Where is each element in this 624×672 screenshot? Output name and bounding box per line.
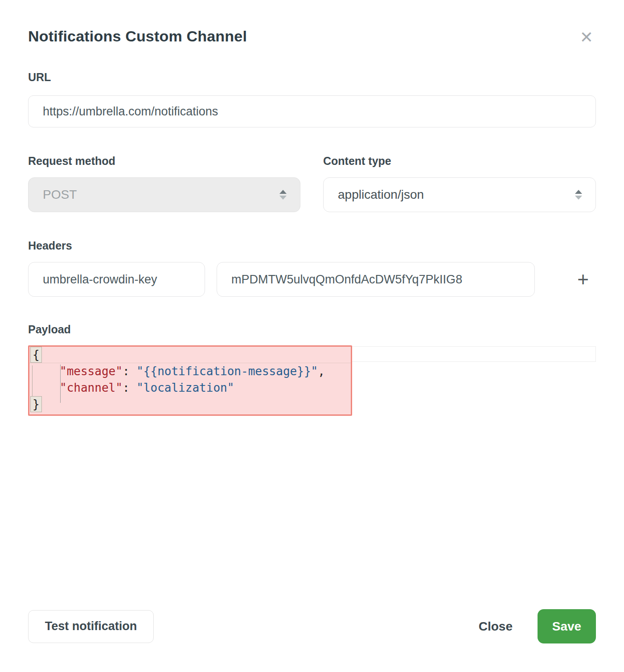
content-type-field: Content type application/json [323, 154, 596, 212]
url-label: URL [28, 70, 596, 84]
content-type-value: application/json [338, 188, 424, 202]
headers-section: Headers + [28, 239, 596, 297]
header-key-input[interactable] [28, 262, 205, 297]
code-line-1: { [29, 347, 351, 363]
payload-error-highlight: { "message": "{{notification-message}}",… [28, 345, 352, 416]
header-value-input[interactable] [217, 262, 535, 297]
code-line-4: } [29, 396, 351, 413]
request-method-select[interactable]: POST [28, 177, 300, 212]
close-icon[interactable]: ✕ [580, 29, 593, 45]
header-row: + [28, 262, 596, 297]
url-section: URL [28, 70, 596, 127]
payload-section: Payload { "message": "{{notification-mes… [28, 323, 596, 419]
save-button[interactable]: Save [538, 609, 596, 643]
content-type-select[interactable]: application/json [323, 177, 596, 212]
add-header-button[interactable]: + [577, 270, 589, 288]
page-title: Notifications Custom Channel [28, 28, 247, 45]
matching-bracket-open: { [30, 347, 42, 363]
chevron-up-down-icon [575, 190, 582, 200]
method-content-row: Request method POST Content type applica… [28, 154, 596, 212]
payload-editor[interactable]: { "message": "{{notification-message}}",… [28, 345, 596, 419]
payload-label: Payload [28, 323, 596, 336]
content-type-label: Content type [323, 154, 596, 168]
url-input[interactable] [28, 95, 596, 127]
headers-label: Headers [28, 239, 596, 252]
test-notification-button[interactable]: Test notification [28, 610, 154, 643]
dialog-footer: Test notification Close Save [28, 609, 596, 643]
request-method-label: Request method [28, 154, 300, 168]
code-line-2: "message": "{{notification-message}}", [29, 363, 351, 380]
chevron-up-down-icon [279, 190, 287, 200]
code-line-3: "channel": "localization" [29, 380, 351, 396]
dialog-header: Notifications Custom Channel ✕ [28, 0, 596, 45]
request-method-field: Request method POST [28, 154, 300, 212]
request-method-value: POST [43, 188, 77, 202]
matching-bracket-close: } [30, 396, 42, 412]
notifications-custom-channel-dialog: Notifications Custom Channel ✕ URL Reque… [0, 0, 624, 672]
close-button[interactable]: Close [479, 619, 513, 634]
